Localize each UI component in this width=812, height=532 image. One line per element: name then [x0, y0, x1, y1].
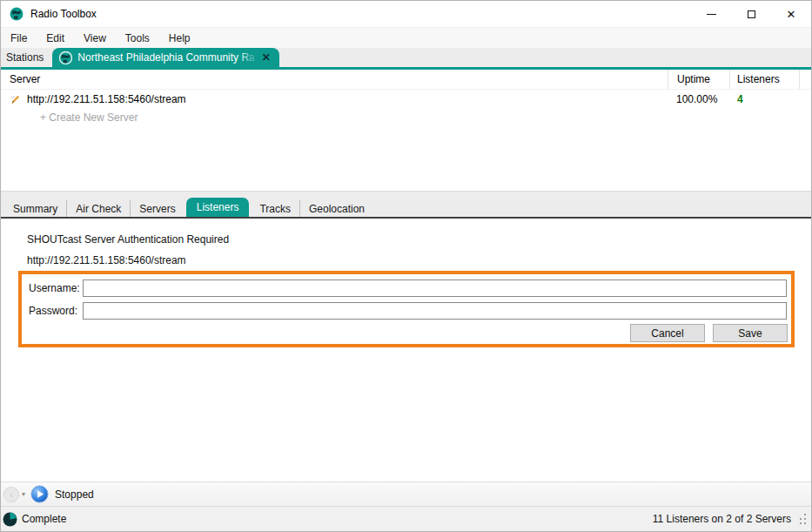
app-window: Radio Toolbox ✕ File Edit View Tools Hel… — [0, 0, 812, 532]
station-globe-icon — [59, 51, 72, 64]
column-header-uptime[interactable]: Uptime — [668, 70, 730, 89]
window-title: Radio Toolbox — [30, 8, 97, 20]
auth-form-highlight-box: Username: Password: Cancel Save — [18, 271, 795, 347]
server-table: Server Uptime Listeners http://192.211.5… — [1, 70, 811, 191]
listeners-tab-content: SHOUTcast Server Authentication Required… — [1, 219, 811, 481]
menu-bar: File Edit View Tools Help — [1, 27, 811, 48]
maximize-icon — [748, 10, 755, 18]
menu-edit[interactable]: Edit — [37, 29, 74, 48]
table-row[interactable]: http://192.211.51.158:5460/stream 100.00… — [1, 90, 811, 109]
listeners-summary-text: 11 Listeners on 2 of 2 Servers — [653, 513, 791, 525]
menu-tools[interactable]: Tools — [116, 29, 159, 48]
tab-label-fade — [239, 48, 258, 67]
status-bar: Complete 11 Listeners on 2 of 2 Servers — [1, 506, 811, 531]
server-broadcast-icon — [10, 93, 22, 105]
close-button[interactable]: ✕ — [771, 1, 811, 27]
complete-pie-icon — [3, 512, 17, 527]
panel-splitter[interactable] — [1, 191, 811, 199]
back-icon: ‹ — [10, 489, 13, 500]
menu-view[interactable]: View — [74, 29, 116, 48]
column-header-server[interactable]: Server — [1, 73, 668, 85]
tab-servers[interactable]: Servers — [131, 200, 184, 217]
column-header-listeners[interactable]: Listeners — [730, 70, 800, 89]
close-icon: ✕ — [787, 9, 796, 20]
tab-air-check[interactable]: Air Check — [67, 200, 131, 217]
playback-status: Stopped — [55, 488, 94, 501]
status-complete-text: Complete — [22, 513, 66, 525]
play-button[interactable] — [30, 485, 49, 503]
minimize-icon — [707, 14, 716, 15]
tab-active-station[interactable]: Northeast Philadelphia Community Ra ✕ — [52, 48, 279, 67]
tab-summary[interactable]: Summary — [4, 200, 67, 217]
minimize-button[interactable] — [691, 1, 731, 27]
menu-help[interactable]: Help — [159, 29, 200, 48]
title-bar: Radio Toolbox ✕ — [1, 1, 811, 27]
back-button[interactable]: ‹ — [3, 487, 19, 502]
server-table-header: Server Uptime Listeners — [1, 70, 811, 90]
detail-tab-strip: Summary Air Check Servers Listeners Trac… — [1, 199, 811, 219]
server-uptime: 100.00% — [668, 93, 730, 105]
maximize-button[interactable] — [731, 1, 771, 27]
auth-stream-url: http://192.211.51.158:5460/stream — [27, 254, 186, 266]
tab-listeners[interactable]: Listeners — [186, 198, 250, 217]
playback-toolbar: ‹ ▾ Stopped — [1, 481, 811, 506]
chevron-down-icon[interactable]: ▾ — [22, 490, 25, 498]
station-tab-close-icon[interactable]: ✕ — [262, 52, 271, 63]
save-button[interactable]: Save — [713, 324, 788, 342]
auth-heading: SHOUTcast Server Authentication Required — [27, 233, 229, 246]
server-url: http://192.211.51.158:5460/stream — [27, 93, 186, 105]
resize-grip[interactable] — [796, 513, 808, 524]
password-field[interactable] — [83, 302, 787, 320]
create-new-server-link[interactable]: + Create New Server — [1, 109, 811, 126]
app-logo-icon — [10, 7, 23, 21]
tab-stations[interactable]: Stations — [1, 48, 52, 67]
tab-tracks[interactable]: Tracks — [251, 200, 300, 217]
username-field[interactable] — [83, 279, 787, 297]
station-tab-label: Northeast Philadelphia Community Ra — [77, 51, 254, 64]
server-listeners-count: 4 — [737, 93, 743, 105]
cancel-button[interactable]: Cancel — [630, 324, 705, 342]
password-label: Password: — [22, 305, 83, 317]
station-tab-strip: Stations Northeast Philadelphia Communit… — [1, 48, 811, 67]
tab-geolocation[interactable]: Geolocation — [300, 200, 373, 217]
menu-file[interactable]: File — [1, 29, 37, 48]
username-label: Username: — [22, 282, 83, 294]
